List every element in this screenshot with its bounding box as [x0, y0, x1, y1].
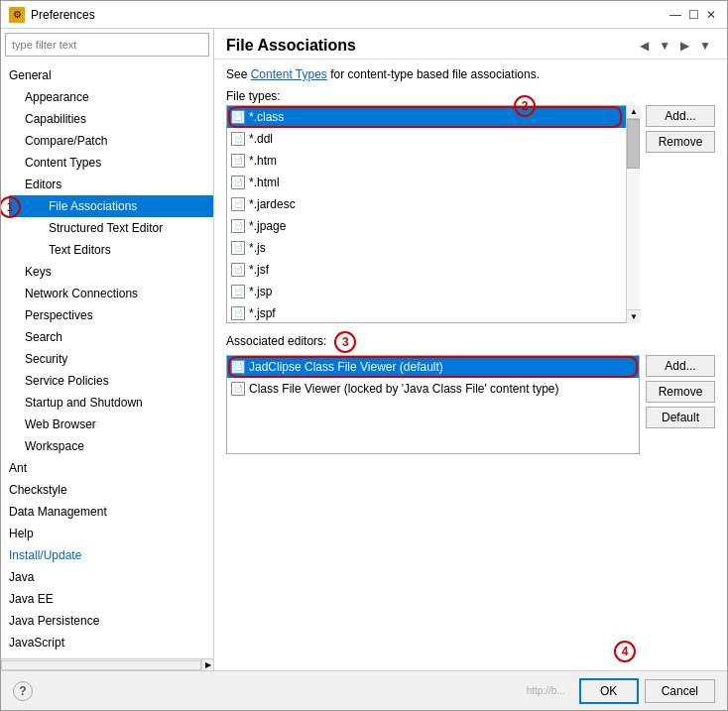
window-title: Preferences [31, 8, 95, 22]
annotation-4: 4 [614, 641, 636, 662]
sidebar-item-compare-patch[interactable]: Compare/Patch [1, 130, 213, 152]
nav-forward-dropdown-button[interactable]: ▼ [695, 37, 715, 55]
editors-add-button[interactable]: Add... [646, 355, 715, 377]
scroll-thumb[interactable] [627, 119, 640, 169]
sidebar-item-text-editors[interactable]: Text Editors [1, 239, 213, 261]
file-type-jsf[interactable]: 📄 *.jsf [227, 259, 639, 281]
title-buttons: — ☐ ✕ [667, 7, 719, 23]
sidebar-item-network-connections[interactable]: Network Connections [1, 283, 213, 304]
sidebar-item-general[interactable]: General [1, 64, 213, 86]
nav-forward-button[interactable]: ▶ [676, 37, 693, 55]
scroll-down-arrow[interactable]: ▼ [627, 309, 641, 323]
sidebar-item-keys[interactable]: Keys [1, 261, 213, 283]
sidebar-item-perspectives[interactable]: Perspectives [1, 304, 213, 326]
file-icon-jspf: 📄 [231, 306, 245, 320]
sidebar-item-service-policies[interactable]: Service Policies [1, 370, 213, 392]
filter-input[interactable] [5, 33, 209, 57]
description: See Content Types for content-type based… [226, 67, 715, 81]
content-types-link[interactable]: Content Types [251, 67, 327, 81]
title-bar-left: ⚙ Preferences [9, 7, 95, 23]
preferences-window: ⚙ Preferences — ☐ ✕ General Appearance C… [0, 0, 728, 711]
maximize-button[interactable]: ☐ [685, 7, 701, 23]
nav-buttons: ◀ ▼ ▶ ▼ [636, 37, 715, 55]
close-button[interactable]: ✕ [703, 7, 719, 23]
annotation-3: 3 [334, 331, 356, 353]
sidebar-item-ant[interactable]: Ant [1, 457, 213, 479]
panel-header: File Associations ◀ ▼ ▶ ▼ [214, 29, 727, 59]
main-content: General Appearance Capabilities Compare/… [1, 29, 727, 670]
file-types-add-button[interactable]: Add... [646, 105, 715, 127]
sidebar-item-javascript[interactable]: JavaScript [1, 632, 213, 653]
sidebar-item-startup-shutdown[interactable]: Startup and Shutdown [1, 392, 213, 414]
editor-jadclipse[interactable]: 📄 JadClipse Class File Viewer (default) [227, 356, 639, 378]
sidebar-item-search[interactable]: Search [1, 326, 213, 348]
panel-title: File Associations [226, 37, 356, 55]
file-icon-jpage: 📄 [231, 219, 245, 233]
tree-container[interactable]: General Appearance Capabilities Compare/… [1, 60, 213, 658]
sidebar: General Appearance Capabilities Compare/… [1, 29, 214, 670]
sidebar-item-structured-text-editor[interactable]: Structured Text Editor [1, 217, 213, 239]
title-bar: ⚙ Preferences — ☐ ✕ [1, 1, 727, 29]
file-icon-html: 📄 [231, 176, 245, 189]
minimize-button[interactable]: — [667, 7, 683, 23]
editor-icon-jadclipse: 📄 [231, 360, 245, 374]
sidebar-item-capabilities[interactable]: Capabilities [1, 108, 213, 130]
bottom-left: ? [13, 681, 33, 701]
file-icon-ddl: 📄 [231, 132, 245, 146]
sidebar-item-appearance[interactable]: Appearance [1, 86, 213, 108]
editors-remove-button[interactable]: Remove [646, 381, 715, 403]
file-type-html[interactable]: 📄 *.html [227, 172, 639, 193]
editors-listbox[interactable]: 📄 JadClipse Class File Viewer (default) … [226, 355, 640, 454]
file-type-class-label: *.class [249, 108, 284, 126]
sidebar-item-java[interactable]: Java [1, 566, 213, 588]
sidebar-hscrollbar-area: ▶ [1, 658, 213, 670]
right-panel: File Associations ◀ ▼ ▶ ▼ See Content Ty… [214, 29, 727, 670]
file-type-jpage-label: *.jpage [249, 217, 286, 235]
description-post: for content-type based file associations… [327, 67, 540, 81]
help-button[interactable]: ? [13, 681, 33, 701]
file-type-html-label: *.html [249, 174, 280, 191]
file-icon-js: 📄 [231, 241, 245, 255]
file-types-vscrollbar[interactable]: ▲ ▼ [626, 105, 640, 323]
sidebar-hscrollbar[interactable] [1, 660, 201, 670]
file-types-remove-button[interactable]: Remove [646, 131, 715, 153]
sidebar-item-security[interactable]: Security [1, 348, 213, 370]
nav-back-button[interactable]: ◀ [636, 37, 653, 55]
ok-button[interactable]: OK [579, 678, 639, 704]
sidebar-item-web-browser[interactable]: Web Browser [1, 414, 213, 435]
sidebar-item-editors[interactable]: Editors [1, 174, 213, 195]
file-type-jardesc[interactable]: 📄 *.jardesc [227, 193, 639, 215]
file-type-jspf[interactable]: 📄 *.jspf [227, 302, 639, 323]
file-type-jsp[interactable]: 📄 *.jsp [227, 281, 639, 302]
editor-class-file-viewer[interactable]: 📄 Class File Viewer (locked by 'Java Cla… [227, 378, 639, 400]
file-type-ddl[interactable]: 📄 *.ddl [227, 128, 639, 150]
file-type-jpage[interactable]: 📄 *.jpage [227, 215, 639, 237]
editors-default-button[interactable]: Default [646, 407, 715, 428]
file-types-listbox[interactable]: 📄 *.class 📄 *.ddl 📄 *.htm [226, 105, 640, 323]
sidebar-item-content-types[interactable]: Content Types [1, 152, 213, 174]
sidebar-item-file-assoc-row: 1 File Associations [1, 195, 213, 217]
sidebar-item-workspace[interactable]: Workspace [1, 435, 213, 457]
sidebar-item-java-persistence[interactable]: Java Persistence [1, 610, 213, 632]
window-icon: ⚙ [9, 7, 25, 23]
file-type-htm[interactable]: 📄 *.htm [227, 150, 639, 172]
file-icon-jardesc: 📄 [231, 197, 245, 211]
sidebar-item-file-associations[interactable]: File Associations [9, 195, 213, 217]
sidebar-item-help[interactable]: Help [1, 523, 213, 544]
cancel-button[interactable]: Cancel [645, 679, 715, 703]
scroll-track [627, 119, 640, 309]
sidebar-item-install-update[interactable]: Install/Update [1, 544, 213, 566]
nav-dropdown-button[interactable]: ▼ [655, 37, 674, 55]
sidebar-scroll-right[interactable]: ▶ [201, 659, 213, 671]
watermark-text: http://b... [527, 685, 565, 696]
editor-icon-class-file-viewer: 📄 [231, 382, 245, 396]
file-type-js-label: *.js [249, 239, 266, 257]
file-type-htm-label: *.htm [249, 152, 277, 170]
file-icon-htm: 📄 [231, 154, 245, 168]
sidebar-item-java-ee[interactable]: Java EE [1, 588, 213, 610]
file-type-class[interactable]: 📄 *.class [227, 106, 639, 128]
scroll-up-arrow[interactable]: ▲ [627, 105, 641, 119]
sidebar-item-checkstyle[interactable]: Checkstyle [1, 479, 213, 501]
file-type-js[interactable]: 📄 *.js [227, 237, 639, 259]
sidebar-item-data-management[interactable]: Data Management [1, 501, 213, 523]
